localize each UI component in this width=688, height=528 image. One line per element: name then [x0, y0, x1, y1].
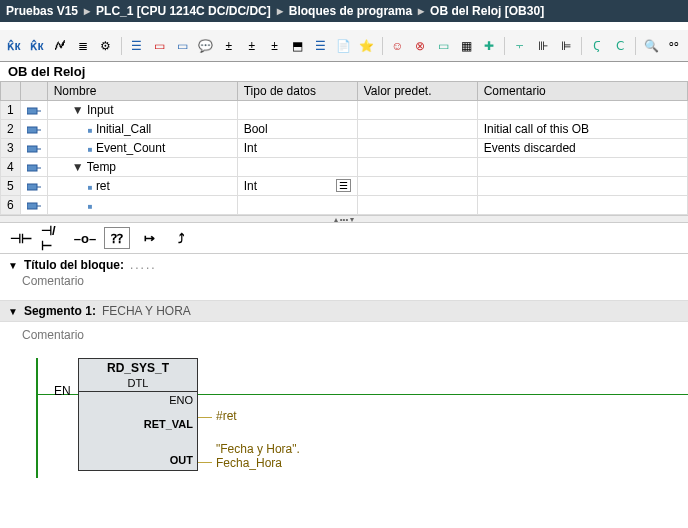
tool-icon[interactable]: 🗲: [50, 36, 70, 56]
block-title-value[interactable]: .....: [130, 258, 157, 272]
table-row[interactable]: 1▼ Input: [1, 101, 688, 120]
out-value-db[interactable]: "Fecha y Hora".: [216, 442, 300, 456]
tool-icon[interactable]: Ⅽ: [610, 36, 630, 56]
pin-icon[interactable]: [20, 177, 47, 196]
cell-name[interactable]: ▼ Temp: [47, 158, 237, 177]
breadcrumb-item[interactable]: Pruebas V15: [6, 4, 78, 18]
cell-comment[interactable]: Initial call of this OB: [477, 120, 687, 139]
tool-icon[interactable]: ⊫: [556, 36, 576, 56]
tool-icon[interactable]: ±: [265, 36, 285, 56]
table-row[interactable]: 5■ retInt☰: [1, 177, 688, 196]
segment-label: Segmento 1:: [24, 304, 96, 318]
tool-icon[interactable]: ⊗: [410, 36, 430, 56]
col-comment[interactable]: Comentario: [477, 82, 687, 101]
cell-comment[interactable]: [477, 177, 687, 196]
tool-icon[interactable]: ☰: [311, 36, 331, 56]
cell-default[interactable]: [357, 158, 477, 177]
col-type[interactable]: Tipo de datos: [237, 82, 357, 101]
row-marker-icon: ▼: [72, 160, 84, 174]
out-value-var[interactable]: Fecha_Hora: [216, 456, 282, 470]
cell-comment[interactable]: [477, 158, 687, 177]
svg-rect-5: [27, 203, 37, 209]
svg-rect-4: [27, 184, 37, 190]
breadcrumb-item[interactable]: OB del Reloj [OB30]: [430, 4, 544, 18]
lad-contact-no[interactable]: ⊣⊢: [8, 227, 34, 249]
tool-icon[interactable]: ☰: [127, 36, 147, 56]
tool-icon[interactable]: ᵒᵒ: [664, 36, 684, 56]
col-default[interactable]: Valor predet.: [357, 82, 477, 101]
tool-icon[interactable]: 📄: [334, 36, 354, 56]
breadcrumb-item[interactable]: PLC_1 [CPU 1214C DC/DC/DC]: [96, 4, 271, 18]
pin-icon[interactable]: [20, 120, 47, 139]
tool-icon[interactable]: Ϛ: [587, 36, 607, 56]
cell-default[interactable]: [357, 101, 477, 120]
cell-type[interactable]: Int☰: [237, 177, 357, 196]
pin-icon[interactable]: [20, 101, 47, 120]
cell-name[interactable]: ■ Initial_Call: [47, 120, 237, 139]
block-comment[interactable]: Comentario: [8, 272, 680, 296]
col-num: [1, 82, 21, 101]
pin-icon[interactable]: [20, 158, 47, 177]
cell-type[interactable]: Bool: [237, 120, 357, 139]
cell-name[interactable]: ■ Event_Count: [47, 139, 237, 158]
cell-type[interactable]: [237, 158, 357, 177]
segment-header[interactable]: ▼ Segmento 1: FECHA Y HORA: [0, 300, 688, 322]
lad-contact-nc[interactable]: ⊣/⊢: [40, 227, 66, 249]
cell-comment[interactable]: [477, 196, 687, 215]
wire-param: [198, 417, 212, 418]
tool-icon[interactable]: ▦: [456, 36, 476, 56]
cell-comment[interactable]: Events discarded: [477, 139, 687, 158]
segment-desc[interactable]: FECHA Y HORA: [102, 304, 191, 318]
table-row[interactable]: 3■ Event_CountIntEvents discarded: [1, 139, 688, 158]
cell-type[interactable]: Int: [237, 139, 357, 158]
tool-icon[interactable]: 💬: [196, 36, 216, 56]
cell-default[interactable]: [357, 139, 477, 158]
cell-type[interactable]: [237, 196, 357, 215]
lad-empty-box[interactable]: ⁇: [104, 227, 130, 249]
tool-icon[interactable]: ⫟: [510, 36, 530, 56]
tool-icon[interactable]: ▭: [433, 36, 453, 56]
table-row[interactable]: 4▼ Temp: [1, 158, 688, 177]
block-title-section: ▼ Título del bloque: ..... Comentario: [0, 254, 688, 300]
tool-icon[interactable]: ▭: [150, 36, 170, 56]
tool-icon[interactable]: ☺: [388, 36, 408, 56]
cell-type[interactable]: [237, 101, 357, 120]
toolbar-sep: [581, 37, 582, 55]
toolbar-sep: [504, 37, 505, 55]
caret-down-icon[interactable]: ▼: [8, 260, 18, 271]
tool-icon[interactable]: ⭐: [357, 36, 377, 56]
tool-icon[interactable]: ≣: [73, 36, 93, 56]
breadcrumb-item[interactable]: Bloques de programa: [289, 4, 412, 18]
tool-icon[interactable]: ±: [219, 36, 239, 56]
tool-icon[interactable]: ▭: [173, 36, 193, 56]
cell-name[interactable]: ▼ Input: [47, 101, 237, 120]
tool-icon[interactable]: к̂к: [4, 36, 24, 56]
table-splitter[interactable]: ▴ ••• ▾: [0, 215, 688, 223]
tool-icon[interactable]: ±: [242, 36, 262, 56]
pin-icon[interactable]: [20, 196, 47, 215]
col-name[interactable]: Nombre: [47, 82, 237, 101]
lad-coil[interactable]: –o–: [72, 227, 98, 249]
cell-name[interactable]: ■: [47, 196, 237, 215]
table-row[interactable]: 2■ Initial_CallBoolInitial call of this …: [1, 120, 688, 139]
tool-icon[interactable]: ⊪: [533, 36, 553, 56]
type-picker-icon[interactable]: ☰: [336, 179, 351, 192]
segment-comment[interactable]: Comentario: [8, 326, 680, 350]
cell-default[interactable]: [357, 177, 477, 196]
fb-block[interactable]: RD_SYS_T DTL ENO RET_VAL OUT: [78, 358, 198, 471]
caret-down-icon[interactable]: ▼: [8, 306, 18, 317]
retval-value[interactable]: #ret: [216, 409, 237, 423]
cell-default[interactable]: [357, 196, 477, 215]
cell-comment[interactable]: [477, 101, 687, 120]
tool-icon[interactable]: 🔍: [641, 36, 661, 56]
tool-icon[interactable]: к̂к: [27, 36, 47, 56]
tool-icon[interactable]: ⬒: [288, 36, 308, 56]
cell-name[interactable]: ■ ret: [47, 177, 237, 196]
lad-branch-close[interactable]: ⤴: [168, 227, 194, 249]
tool-icon[interactable]: ✚: [479, 36, 499, 56]
tool-icon[interactable]: ⚙: [96, 36, 116, 56]
table-row[interactable]: 6■: [1, 196, 688, 215]
lad-branch-open[interactable]: ↦: [136, 227, 162, 249]
cell-default[interactable]: [357, 120, 477, 139]
pin-icon[interactable]: [20, 139, 47, 158]
